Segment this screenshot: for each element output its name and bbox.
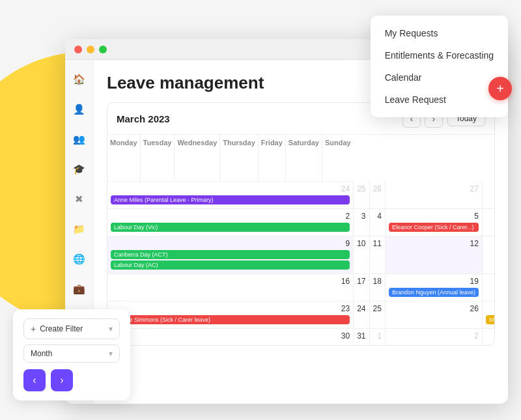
day-number: 24 [357, 304, 365, 313]
calendar-grid: Monday Tuesday Wednesday Thursday Friday… [107, 135, 495, 345]
day-number: 2 [111, 212, 350, 221]
col-saturday: Saturday [286, 135, 322, 182]
sidebar-icon-users[interactable]: 👥 [70, 130, 89, 148]
table-row: 25 [354, 182, 369, 209]
table-row: 24 [354, 301, 369, 329]
col-friday: Friday [259, 135, 286, 182]
dropdown-menu: My Requests Entitlements & Forecasting C… [371, 16, 508, 117]
day-number: 9 [111, 239, 350, 248]
day-number: 25 [373, 304, 382, 313]
table-row: 28 [482, 182, 495, 209]
event-bar[interactable]: Anne Miles (Parental Leave - Primary) [111, 195, 350, 204]
table-row: 11 [369, 236, 385, 274]
day-number: 26 [373, 184, 382, 193]
event-bar[interactable]: Connie Simmons (Sick / Carer leave) [111, 315, 350, 324]
create-filter-label: Create Filter [40, 324, 83, 333]
calendar-week-row: 2Labour Day (Vic)345Eleanor Cooper (Sick… [107, 209, 495, 236]
calendar-week-row: 16171819Brandon Nguyen (Annual leave)202… [107, 274, 495, 301]
day-number: 6 [486, 212, 495, 221]
table-row: 6 [482, 209, 495, 236]
table-row: 3 [354, 209, 369, 236]
table-row: 9Canberra Day (ACT)Labour Day (AC) [107, 236, 354, 274]
table-row: 12 [385, 236, 482, 274]
table-row: 5Eleanor Cooper (Sick / Carer...) [385, 209, 482, 236]
event-bar[interactable]: Mason Walker (Working from home) [486, 315, 495, 324]
dot-red[interactable] [74, 46, 82, 53]
day-number: 3 [357, 212, 365, 221]
day-number: 19 [389, 277, 479, 286]
dot-yellow[interactable] [87, 46, 94, 53]
table-row: 13 [482, 236, 495, 274]
day-number: 28 [486, 184, 495, 193]
day-number: 12 [389, 239, 479, 248]
event-bar[interactable]: Brandon Nguyen (Annual leave) [389, 288, 479, 297]
sidebar-icon-calendar-x[interactable]: ✖ [70, 190, 89, 208]
table-row: 25 [369, 301, 385, 329]
day-number: 27 [389, 184, 479, 193]
table-row: 10 [354, 236, 369, 274]
calendar-week-row: 303112345 [107, 329, 495, 346]
table-row: 2 [385, 329, 482, 346]
calendar-week-row: 9Canberra Day (ACT)Labour Day (AC)101112… [107, 236, 495, 274]
col-monday: Monday [107, 135, 141, 182]
filter-panel: + Create Filter ▾ Month ▾ ‹ › [13, 309, 130, 400]
day-number: 5 [389, 212, 479, 221]
day-number: 24 [111, 184, 350, 193]
sidebar-icon-globe[interactable]: 🌐 [70, 250, 89, 268]
sidebar-icon-folder[interactable]: 📁 [70, 220, 89, 238]
day-number: 2 [389, 331, 479, 341]
day-number: 3 [486, 331, 495, 341]
plus-icon: + [31, 324, 36, 334]
table-row: 30 [107, 329, 354, 346]
table-row: 27 [385, 182, 482, 209]
dropdown-item-leave-request[interactable]: Leave Request [371, 89, 508, 111]
month-label: Month [31, 349, 52, 358]
col-sunday: Sunday [322, 135, 354, 182]
dot-green[interactable] [99, 46, 107, 53]
sidebar-icon-graduation[interactable]: 🎓 [70, 160, 89, 178]
day-number: 31 [357, 331, 365, 341]
table-row: 26 [369, 182, 385, 209]
chevron-down-icon-month: ▾ [109, 349, 113, 358]
chevron-down-icon: ▾ [109, 324, 113, 333]
dropdown-item-calendar[interactable]: Calendar [371, 66, 508, 89]
day-number: 4 [373, 212, 382, 221]
day-number: 26 [389, 304, 479, 313]
event-bar[interactable]: Canberra Day (ACT) [111, 250, 350, 259]
event-bar[interactable]: Eleanor Cooper (Sick / Carer...) [389, 223, 479, 232]
table-row: 1 [369, 329, 385, 346]
col-thursday: Thursday [220, 135, 259, 182]
table-row: 23Connie Simmons (Sick / Carer leave) [107, 301, 354, 329]
sidebar-icon-briefcase[interactable]: 💼 [70, 280, 89, 298]
table-row: 26 [385, 301, 482, 329]
table-row: 17 [354, 274, 369, 301]
filter-prev-button[interactable]: ‹ [23, 369, 46, 391]
day-number: 11 [373, 239, 382, 248]
dropdown-item-my-requests[interactable]: My Requests [371, 22, 508, 44]
create-filter-button[interactable]: + Create Filter ▾ [23, 318, 120, 339]
event-bar[interactable]: Labour Day (AC) [111, 260, 350, 270]
col-tuesday: Tuesday [141, 135, 175, 182]
table-row: 31 [354, 329, 369, 346]
sidebar-icon-home[interactable]: 🏠 [70, 70, 89, 89]
table-row: 2Labour Day (Vic) [107, 209, 354, 236]
day-number: 16 [111, 277, 350, 286]
filter-next-button[interactable]: › [51, 369, 73, 391]
calendar-week-row: 23Connie Simmons (Sick / Carer leave)242… [107, 301, 495, 329]
filter-nav-arrows: ‹ › [23, 369, 120, 391]
calendar-container: March 2023 ‹ › Today Monday Tuesday Wedn… [107, 102, 495, 346]
dropdown-item-entitlements[interactable]: Entitlements & Forecasting [371, 44, 508, 66]
event-bar[interactable]: Labour Day (Vic) [111, 223, 350, 232]
add-button[interactable]: + [488, 77, 512, 100]
day-number: 23 [111, 304, 350, 313]
calendar-header-row: Monday Tuesday Wednesday Thursday Friday… [107, 135, 354, 182]
month-select[interactable]: Month ▾ [23, 344, 120, 363]
day-number: 27 [486, 304, 495, 313]
table-row: 20 [482, 274, 495, 301]
day-number: 1 [373, 331, 382, 341]
sidebar-icon-user[interactable]: 👤 [70, 100, 89, 119]
table-row: 16 [107, 274, 354, 301]
table-row: 24Anne Miles (Parental Leave - Primary) [107, 182, 354, 209]
day-number: 18 [373, 277, 382, 286]
day-number: 13 [486, 239, 495, 248]
